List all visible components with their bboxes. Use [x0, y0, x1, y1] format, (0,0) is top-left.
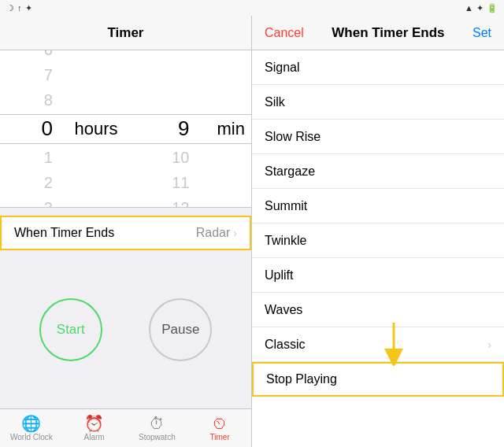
- pause-button[interactable]: Pause: [149, 298, 212, 361]
- sound-silk-label: Silk: [265, 95, 285, 109]
- status-bar-right: ▲ ✦ 🔋: [465, 3, 498, 13]
- left-header: Timer: [0, 16, 251, 50]
- hours-selected: 0: [42, 114, 53, 142]
- sound-twinkle-label: Twinkle: [265, 234, 306, 248]
- min-above-3: [185, 89, 190, 111]
- timer-picker[interactable]: 6 7 8 0 1 2 3 hours: [0, 50, 251, 208]
- sound-slow-rise[interactable]: Slow Rise: [252, 120, 504, 154]
- status-bar-left: ☽ ↑ ✦: [6, 3, 32, 13]
- classic-chevron-icon: ›: [487, 338, 491, 351]
- right-header: Cancel When Timer Ends Set: [252, 16, 504, 50]
- when-timer-ends-row[interactable]: When Timer Ends Radar ›: [0, 216, 251, 250]
- timer-title: Timer: [108, 25, 144, 41]
- world-clock-label: World Clock: [10, 433, 53, 441]
- battery-icon: 🔋: [487, 3, 498, 13]
- sound-summit-label: Summit: [265, 199, 307, 213]
- bluetooth-icon: ✦: [25, 3, 32, 13]
- stopwatch-icon: ⏱: [149, 416, 165, 431]
- sound-slow-rise-label: Slow Rise: [265, 130, 321, 144]
- tab-alarm[interactable]: ⏰ Alarm: [63, 416, 126, 441]
- sound-signal-label: Signal: [265, 61, 299, 75]
- hours-above-1: 6: [44, 50, 53, 61]
- min-below-1: 10: [172, 146, 189, 168]
- moon-icon: ☽: [6, 3, 14, 13]
- status-bar: ☽ ↑ ✦ ▲ ✦ 🔋: [0, 0, 504, 16]
- sound-waves-label: Waves: [265, 303, 302, 317]
- hours-above-2: 7: [44, 64, 53, 86]
- arrow-svg: [370, 319, 441, 366]
- left-panel: Timer 6 7 8 0 1 2 3 hours: [0, 16, 252, 447]
- sound-twinkle[interactable]: Twinkle: [252, 224, 504, 258]
- hours-below-2: 2: [44, 172, 53, 194]
- arrow-up-icon: ↑: [17, 3, 22, 13]
- sounds-list: Signal Silk Slow Rise Stargaze Summit Tw…: [252, 50, 504, 447]
- right-panel: Cancel When Timer Ends Set Signal Silk S…: [252, 16, 504, 447]
- tab-timer[interactable]: ⏲ Timer: [188, 416, 251, 441]
- sound-summit[interactable]: Summit: [252, 189, 504, 224]
- when-timer-selected-sound: Radar: [196, 226, 231, 240]
- sound-stop-playing-label: Stop Playing: [266, 372, 337, 386]
- hours-column[interactable]: 6 7 8 0 1 2 3 hours: [0, 50, 126, 208]
- minutes-numbers: 9 10 11 12: [172, 50, 205, 208]
- when-timer-ends-title: When Timer Ends: [332, 25, 444, 41]
- min-above-1: [185, 50, 190, 61]
- sound-stargaze[interactable]: Stargaze: [252, 154, 504, 189]
- hours-below-3: 3: [44, 197, 53, 208]
- sound-classic-label: Classic: [265, 338, 306, 352]
- minutes-label: min: [217, 119, 245, 139]
- cancel-button[interactable]: Cancel: [265, 26, 304, 40]
- hours-below-1: 1: [44, 146, 53, 168]
- tab-world-clock[interactable]: 🌐 World Clock: [0, 416, 63, 441]
- timer-tab-label: Timer: [210, 433, 230, 441]
- picker-columns: 6 7 8 0 1 2 3 hours: [0, 50, 251, 208]
- buttons-area: Start Pause: [0, 250, 251, 408]
- signal-icon: ▲: [465, 3, 473, 13]
- tab-bar: 🌐 World Clock ⏰ Alarm ⏱ Stopwatch ⏲ Time…: [0, 408, 251, 447]
- when-timer-value: Radar ›: [196, 226, 237, 240]
- tab-stopwatch[interactable]: ⏱ Stopwatch: [126, 416, 189, 441]
- minutes-column[interactable]: 9 10 11 12 min: [126, 50, 252, 208]
- chevron-right-icon: ›: [233, 227, 237, 239]
- wifi-icon: ✦: [476, 3, 484, 13]
- min-above-2: [185, 64, 190, 86]
- stopwatch-label: Stopwatch: [139, 433, 176, 441]
- minutes-selected: 9: [178, 114, 189, 142]
- world-clock-icon: 🌐: [21, 416, 41, 431]
- min-below-2: 11: [172, 172, 189, 194]
- sound-stop-playing[interactable]: Stop Playing: [252, 362, 504, 397]
- when-timer-label: When Timer Ends: [14, 226, 114, 240]
- hours-numbers: 6 7 8 0 1 2 3: [42, 50, 84, 208]
- min-below-3: 12: [172, 197, 189, 208]
- sound-silk[interactable]: Silk: [252, 85, 504, 120]
- set-button[interactable]: Set: [472, 26, 491, 40]
- alarm-icon: ⏰: [84, 416, 104, 431]
- start-button[interactable]: Start: [39, 298, 102, 361]
- main-container: Timer 6 7 8 0 1 2 3 hours: [0, 16, 504, 447]
- hours-above-3: 8: [44, 89, 53, 111]
- sound-signal[interactable]: Signal: [252, 50, 504, 85]
- alarm-label: Alarm: [84, 433, 105, 441]
- sound-uplift[interactable]: Uplift: [252, 258, 504, 293]
- sound-stargaze-label: Stargaze: [265, 164, 315, 179]
- timer-icon: ⏲: [212, 416, 228, 431]
- sound-uplift-label: Uplift: [265, 268, 293, 283]
